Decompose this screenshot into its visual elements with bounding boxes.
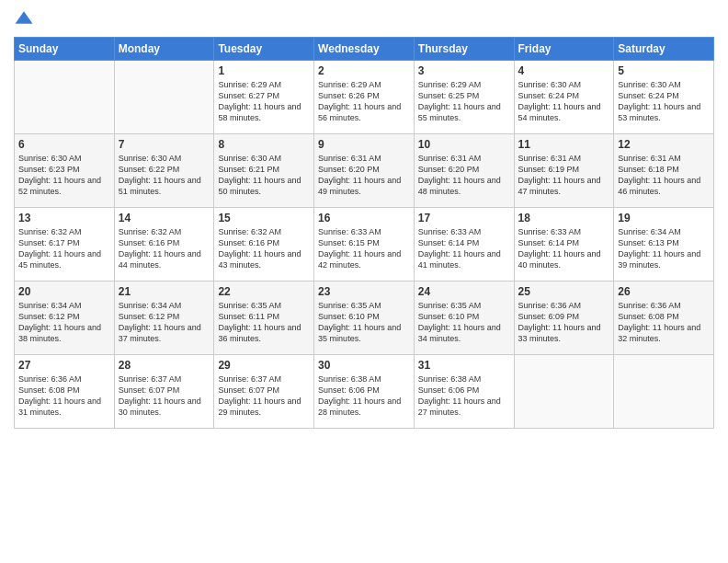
day-content: Sunrise: 6:29 AM Sunset: 6:25 PM Dayligh…: [418, 79, 510, 124]
week-row-0: 1Sunrise: 6:29 AM Sunset: 6:27 PM Daylig…: [15, 61, 714, 134]
day-content: Sunrise: 6:31 AM Sunset: 6:20 PM Dayligh…: [418, 153, 510, 198]
col-header-wednesday: Wednesday: [314, 38, 415, 61]
day-cell: 20Sunrise: 6:34 AM Sunset: 6:12 PM Dayli…: [15, 282, 115, 355]
day-cell: 25Sunrise: 6:36 AM Sunset: 6:09 PM Dayli…: [514, 282, 614, 355]
day-content: Sunrise: 6:30 AM Sunset: 6:24 PM Dayligh…: [518, 79, 610, 124]
col-header-tuesday: Tuesday: [214, 38, 314, 61]
day-content: Sunrise: 6:31 AM Sunset: 6:19 PM Dayligh…: [518, 153, 610, 198]
day-number: 23: [318, 285, 410, 298]
day-number: 31: [418, 359, 510, 372]
col-header-monday: Monday: [114, 38, 214, 61]
day-cell: 29Sunrise: 6:37 AM Sunset: 6:07 PM Dayli…: [214, 355, 314, 429]
col-header-sunday: Sunday: [15, 38, 115, 61]
col-header-saturday: Saturday: [614, 38, 714, 61]
day-content: Sunrise: 6:38 AM Sunset: 6:06 PM Dayligh…: [318, 373, 410, 419]
page: SundayMondayTuesdayWednesdayThursdayFrid…: [0, 0, 728, 563]
day-cell: 3Sunrise: 6:29 AM Sunset: 6:25 PM Daylig…: [414, 61, 514, 134]
day-number: 14: [119, 212, 210, 224]
day-content: Sunrise: 6:36 AM Sunset: 6:09 PM Dayligh…: [518, 300, 610, 345]
day-content: Sunrise: 6:29 AM Sunset: 6:27 PM Dayligh…: [218, 79, 310, 124]
day-content: Sunrise: 6:37 AM Sunset: 6:07 PM Dayligh…: [119, 373, 210, 419]
day-cell: 21Sunrise: 6:34 AM Sunset: 6:12 PM Dayli…: [114, 282, 214, 355]
day-content: Sunrise: 6:35 AM Sunset: 6:11 PM Dayligh…: [218, 300, 310, 345]
day-content: Sunrise: 6:31 AM Sunset: 6:20 PM Dayligh…: [318, 153, 410, 198]
day-cell: 26Sunrise: 6:36 AM Sunset: 6:08 PM Dayli…: [614, 282, 714, 355]
day-content: Sunrise: 6:36 AM Sunset: 6:08 PM Dayligh…: [18, 373, 110, 419]
day-content: Sunrise: 6:33 AM Sunset: 6:14 PM Dayligh…: [418, 226, 510, 271]
day-cell: 19Sunrise: 6:34 AM Sunset: 6:13 PM Dayli…: [614, 208, 714, 282]
day-content: Sunrise: 6:34 AM Sunset: 6:12 PM Dayligh…: [119, 300, 210, 345]
day-number: 17: [418, 212, 510, 224]
day-number: 19: [618, 212, 710, 224]
day-cell: 9Sunrise: 6:31 AM Sunset: 6:20 PM Daylig…: [314, 134, 415, 208]
day-cell: [114, 61, 214, 134]
day-number: 3: [418, 64, 510, 77]
day-content: Sunrise: 6:34 AM Sunset: 6:12 PM Dayligh…: [18, 300, 110, 345]
day-content: Sunrise: 6:30 AM Sunset: 6:21 PM Dayligh…: [218, 153, 310, 198]
day-content: Sunrise: 6:30 AM Sunset: 6:22 PM Dayligh…: [119, 153, 210, 198]
day-content: Sunrise: 6:37 AM Sunset: 6:07 PM Dayligh…: [218, 373, 310, 419]
day-number: 25: [518, 285, 610, 298]
day-number: 22: [218, 285, 310, 298]
day-cell: 17Sunrise: 6:33 AM Sunset: 6:14 PM Dayli…: [414, 208, 514, 282]
day-number: 24: [418, 285, 510, 298]
day-content: Sunrise: 6:32 AM Sunset: 6:16 PM Dayligh…: [119, 226, 210, 271]
day-content: Sunrise: 6:33 AM Sunset: 6:14 PM Dayligh…: [518, 226, 610, 271]
day-number: 5: [618, 64, 710, 77]
day-cell: [514, 355, 614, 429]
day-number: 13: [18, 212, 110, 224]
week-row-1: 6Sunrise: 6:30 AM Sunset: 6:23 PM Daylig…: [15, 134, 714, 208]
day-cell: 1Sunrise: 6:29 AM Sunset: 6:27 PM Daylig…: [214, 61, 314, 134]
day-cell: 4Sunrise: 6:30 AM Sunset: 6:24 PM Daylig…: [514, 61, 614, 134]
day-cell: 23Sunrise: 6:35 AM Sunset: 6:10 PM Dayli…: [314, 282, 415, 355]
day-number: 6: [18, 138, 110, 151]
day-number: 26: [618, 285, 710, 298]
day-content: Sunrise: 6:35 AM Sunset: 6:10 PM Dayligh…: [418, 300, 510, 345]
day-number: 20: [18, 285, 110, 298]
header: [14, 9, 714, 29]
day-number: 10: [418, 138, 510, 151]
day-cell: 27Sunrise: 6:36 AM Sunset: 6:08 PM Dayli…: [15, 355, 115, 429]
day-number: 1: [218, 64, 310, 77]
day-cell: 13Sunrise: 6:32 AM Sunset: 6:17 PM Dayli…: [15, 208, 115, 282]
day-content: Sunrise: 6:34 AM Sunset: 6:13 PM Dayligh…: [618, 226, 710, 271]
day-content: Sunrise: 6:35 AM Sunset: 6:10 PM Dayligh…: [318, 300, 410, 345]
col-header-thursday: Thursday: [414, 38, 514, 61]
day-content: Sunrise: 6:38 AM Sunset: 6:06 PM Dayligh…: [418, 373, 510, 419]
col-header-friday: Friday: [514, 38, 614, 61]
day-cell: 30Sunrise: 6:38 AM Sunset: 6:06 PM Dayli…: [314, 355, 415, 429]
day-cell: 8Sunrise: 6:30 AM Sunset: 6:21 PM Daylig…: [214, 134, 314, 208]
day-cell: 24Sunrise: 6:35 AM Sunset: 6:10 PM Dayli…: [414, 282, 514, 355]
day-content: Sunrise: 6:32 AM Sunset: 6:17 PM Dayligh…: [18, 226, 110, 271]
logo-icon: [14, 9, 34, 29]
day-cell: 22Sunrise: 6:35 AM Sunset: 6:11 PM Dayli…: [214, 282, 314, 355]
week-row-4: 27Sunrise: 6:36 AM Sunset: 6:08 PM Dayli…: [15, 355, 714, 429]
day-cell: 14Sunrise: 6:32 AM Sunset: 6:16 PM Dayli…: [114, 208, 214, 282]
day-number: 16: [318, 212, 410, 224]
day-cell: [614, 355, 714, 429]
day-cell: 10Sunrise: 6:31 AM Sunset: 6:20 PM Dayli…: [414, 134, 514, 208]
day-content: Sunrise: 6:32 AM Sunset: 6:16 PM Dayligh…: [218, 226, 310, 271]
day-cell: 16Sunrise: 6:33 AM Sunset: 6:15 PM Dayli…: [314, 208, 415, 282]
day-content: Sunrise: 6:36 AM Sunset: 6:08 PM Dayligh…: [618, 300, 710, 345]
day-number: 18: [518, 212, 610, 224]
day-cell: 5Sunrise: 6:30 AM Sunset: 6:24 PM Daylig…: [614, 61, 714, 134]
svg-marker-0: [16, 11, 33, 23]
week-row-3: 20Sunrise: 6:34 AM Sunset: 6:12 PM Dayli…: [15, 282, 714, 355]
calendar-table: SundayMondayTuesdayWednesdayThursdayFrid…: [14, 37, 714, 429]
day-number: 7: [119, 138, 210, 151]
day-content: Sunrise: 6:29 AM Sunset: 6:26 PM Dayligh…: [318, 79, 410, 124]
day-cell: 6Sunrise: 6:30 AM Sunset: 6:23 PM Daylig…: [15, 134, 115, 208]
day-cell: 12Sunrise: 6:31 AM Sunset: 6:18 PM Dayli…: [614, 134, 714, 208]
day-content: Sunrise: 6:30 AM Sunset: 6:23 PM Dayligh…: [18, 153, 110, 198]
day-number: 2: [318, 64, 410, 77]
day-cell: 31Sunrise: 6:38 AM Sunset: 6:06 PM Dayli…: [414, 355, 514, 429]
logo: [14, 9, 38, 29]
day-content: Sunrise: 6:33 AM Sunset: 6:15 PM Dayligh…: [318, 226, 410, 271]
day-content: Sunrise: 6:30 AM Sunset: 6:24 PM Dayligh…: [618, 79, 710, 124]
header-row: SundayMondayTuesdayWednesdayThursdayFrid…: [15, 38, 714, 61]
day-number: 30: [318, 359, 410, 372]
week-row-2: 13Sunrise: 6:32 AM Sunset: 6:17 PM Dayli…: [15, 208, 714, 282]
day-number: 12: [618, 138, 710, 151]
day-cell: 7Sunrise: 6:30 AM Sunset: 6:22 PM Daylig…: [114, 134, 214, 208]
